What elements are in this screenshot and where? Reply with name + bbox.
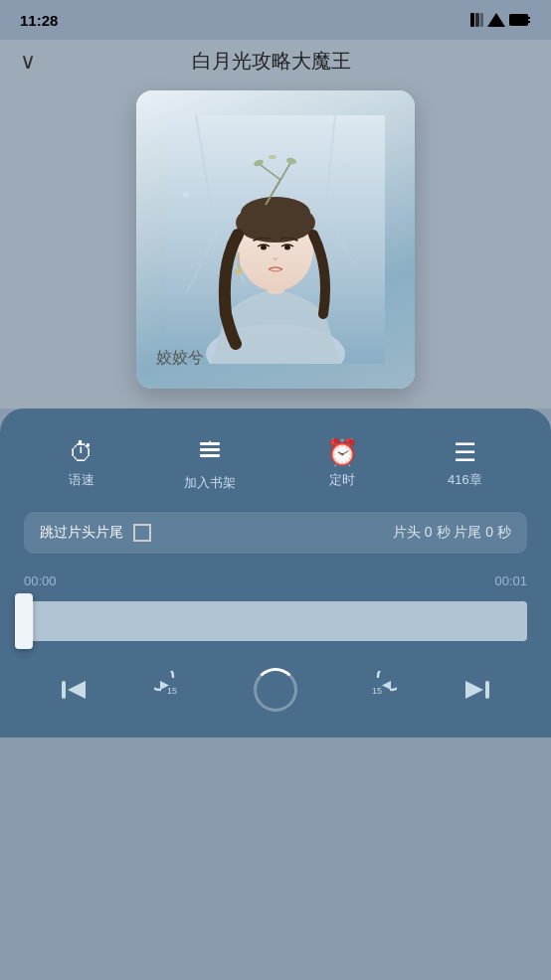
loading-spinner [254, 668, 297, 712]
svg-point-30 [261, 245, 267, 250]
sim-icon [469, 13, 483, 27]
character-illustration [166, 115, 385, 364]
progress-bar-container[interactable] [24, 596, 527, 646]
svg-rect-0 [470, 13, 474, 27]
playback-row: 15 15 [24, 662, 527, 718]
svg-marker-3 [487, 13, 505, 27]
status-icons [469, 13, 531, 27]
timer-control[interactable]: ⏰ 定时 [326, 439, 358, 489]
svg-marker-38 [68, 681, 86, 699]
album-art: 姣姣兮 [136, 90, 415, 389]
skip-times: 片头 0 秒 片尾 0 秒 [393, 524, 511, 542]
svg-rect-35 [200, 448, 220, 451]
svg-rect-2 [480, 13, 483, 27]
timer-label: 定时 [329, 471, 355, 489]
header: ∨ 白月光攻略大魔王 [0, 40, 551, 90]
speed-label: 语速 [69, 471, 94, 489]
svg-point-17 [342, 162, 348, 168]
svg-point-23 [241, 197, 310, 229]
author-label: 姣姣兮 [156, 348, 204, 369]
svg-point-31 [284, 245, 290, 250]
svg-marker-44 [465, 681, 483, 699]
svg-rect-36 [200, 454, 220, 457]
rewind-button[interactable]: 15 [148, 665, 198, 715]
controls-row: ⏱ 语速 加入书架 ⏰ 定时 ☰ 416章 [24, 436, 527, 492]
svg-marker-41 [382, 681, 391, 690]
svg-rect-37 [62, 681, 66, 699]
svg-rect-43 [485, 681, 489, 699]
prev-button[interactable] [49, 665, 98, 715]
skip-left: 跳过片头片尾 [40, 524, 151, 542]
collapse-button[interactable]: ∨ [20, 49, 36, 75]
svg-point-33 [236, 268, 242, 274]
play-button[interactable] [248, 662, 303, 718]
timer-icon: ⏰ [326, 439, 358, 465]
skip-label: 跳过片头片尾 [40, 524, 123, 542]
speed-icon: ⏱ [69, 439, 94, 465]
svg-rect-5 [511, 16, 527, 25]
book-title: 白月光攻略大魔王 [36, 48, 507, 75]
battery-icon [509, 14, 531, 26]
svg-point-15 [183, 192, 189, 198]
progress-track[interactable] [24, 601, 527, 641]
svg-rect-1 [475, 13, 479, 27]
bottom-panel: ⏱ 语速 加入书架 ⏰ 定时 ☰ 416章 跳过片头片尾 [0, 408, 551, 737]
progress-section: 00:00 00:01 [24, 573, 527, 646]
svg-point-16 [199, 173, 203, 177]
forward-button[interactable]: 15 [353, 665, 403, 715]
next-button[interactable] [453, 665, 502, 715]
svg-text:15: 15 [167, 686, 177, 696]
current-time: 00:00 [24, 573, 57, 588]
time-display: 11:28 [20, 12, 58, 29]
svg-text:15: 15 [372, 686, 382, 696]
skip-row: 跳过片头片尾 片头 0 秒 片尾 0 秒 [24, 512, 527, 554]
speed-control[interactable]: ⏱ 语速 [69, 439, 94, 489]
shelf-label: 加入书架 [184, 474, 236, 492]
shelf-control[interactable]: 加入书架 [184, 436, 236, 492]
time-row: 00:00 00:01 [24, 573, 527, 588]
chapter-label: 416章 [448, 471, 482, 489]
total-time: 00:01 [494, 573, 527, 588]
chapter-icon: ☰ [454, 439, 476, 465]
progress-thumb[interactable] [15, 593, 33, 649]
skip-checkbox[interactable] [133, 524, 151, 542]
top-section: ∨ 白月光攻略大魔王 [0, 40, 551, 408]
signal-icon [487, 13, 505, 27]
shelf-icon [196, 436, 224, 468]
chapter-control[interactable]: ☰ 416章 [448, 439, 482, 489]
svg-point-18 [358, 183, 362, 187]
status-bar: 11:28 [0, 0, 551, 40]
